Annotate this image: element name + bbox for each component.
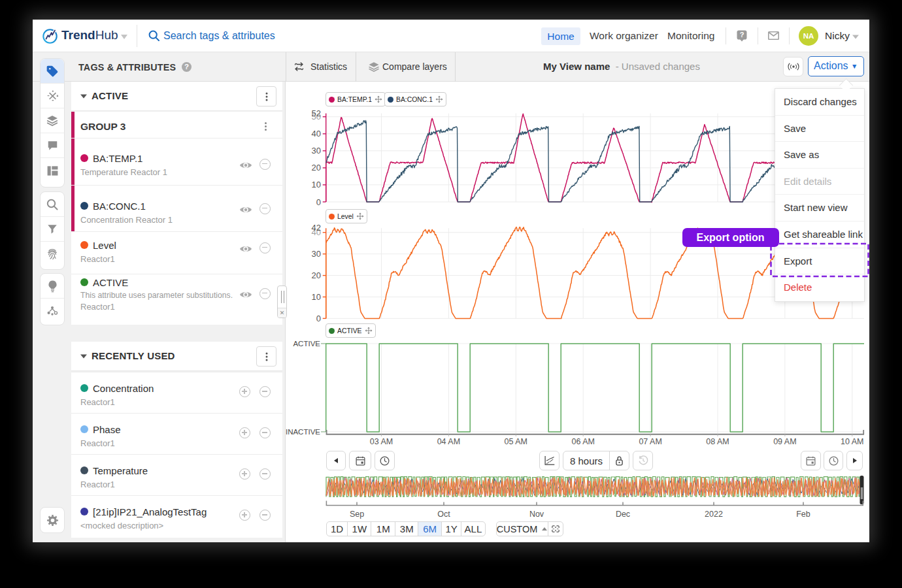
svg-text:Feb: Feb [796, 510, 810, 519]
svg-text:INACTIVE: INACTIVE [286, 428, 320, 436]
svg-text:08 AM: 08 AM [706, 437, 729, 446]
svg-text:Nov: Nov [529, 510, 544, 519]
svg-text:ACTIVE: ACTIVE [293, 340, 320, 348]
svg-text:?: ? [740, 31, 744, 39]
svg-text:30: 30 [312, 146, 321, 155]
svg-text:05 AM: 05 AM [505, 437, 527, 446]
svg-text:10 AM: 10 AM [841, 437, 863, 446]
svg-text:52: 52 [312, 108, 321, 118]
svg-text:04 AM: 04 AM [437, 437, 460, 446]
svg-text:10: 10 [312, 292, 321, 302]
svg-text:10: 10 [312, 180, 321, 189]
svg-text:06 AM: 06 AM [571, 437, 594, 446]
svg-text:Oct: Oct [437, 510, 450, 519]
svg-text:07 AM: 07 AM [639, 437, 661, 446]
svg-text:09 AM: 09 AM [773, 437, 796, 446]
svg-text:0: 0 [316, 197, 321, 207]
svg-text:0: 0 [316, 314, 321, 323]
svg-text:42: 42 [312, 223, 321, 233]
svg-text:20: 20 [312, 163, 321, 172]
svg-text:Sep: Sep [350, 510, 364, 519]
svg-text:03 AM: 03 AM [370, 437, 393, 446]
svg-text:30: 30 [312, 249, 321, 259]
svg-text:40: 40 [312, 129, 321, 139]
svg-text:2022: 2022 [705, 510, 723, 519]
svg-text:Dec: Dec [616, 510, 630, 519]
svg-text:20: 20 [312, 270, 321, 280]
